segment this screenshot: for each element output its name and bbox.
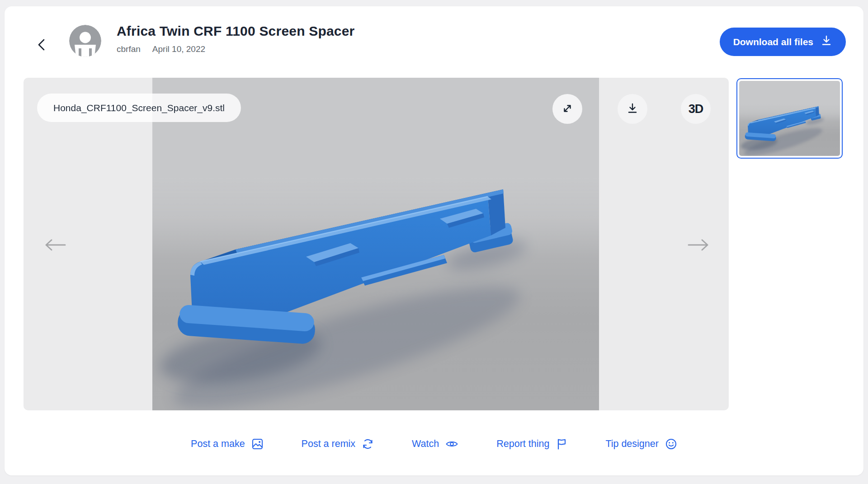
author-link[interactable]: cbrfan	[117, 44, 141, 54]
download-all-files-button[interactable]: Download all files	[720, 28, 846, 56]
watch-label: Watch	[412, 438, 439, 450]
post-a-remix-label: Post a remix	[302, 438, 355, 450]
page-title: Africa Twin CRF 1100 Screen Spacer	[117, 23, 354, 39]
download-icon	[821, 35, 832, 49]
thumbnail-image	[739, 81, 840, 156]
thumbnail-selected[interactable]	[736, 78, 843, 159]
smiley-icon	[665, 438, 677, 450]
view-3d-button[interactable]: 3D	[681, 94, 711, 124]
remix-icon	[362, 438, 374, 450]
download-file-button[interactable]	[618, 94, 647, 124]
arrow-right-icon	[684, 236, 713, 255]
chevron-left-icon	[36, 38, 47, 53]
post-a-remix-button[interactable]: Post a remix	[302, 438, 374, 450]
download-icon	[626, 102, 639, 116]
report-thing-label: Report thing	[496, 438, 549, 450]
watch-button[interactable]: Watch	[412, 438, 458, 450]
next-image-button[interactable]	[684, 235, 713, 255]
eye-icon	[445, 438, 458, 450]
model-viewer: Honda_CRF1100_Screen_Spacer_v9.stl 3D	[24, 78, 729, 410]
post-a-make-button[interactable]: Post a make	[191, 438, 264, 450]
3d-icon: 3D	[689, 102, 703, 116]
expand-icon	[561, 102, 574, 116]
arrow-left-icon	[41, 236, 70, 255]
action-bar: Post a make Post a remix Watch Report th…	[5, 434, 863, 454]
download-all-label: Download all files	[733, 37, 813, 47]
fullscreen-button[interactable]	[552, 94, 582, 124]
byline: cbrfan April 10, 2022	[117, 44, 205, 54]
stl-model-render	[152, 78, 599, 410]
file-name: Honda_CRF1100_Screen_Spacer_v9.stl	[53, 103, 225, 113]
thing-card: Africa Twin CRF 1100 Screen Spacer cbrfa…	[5, 6, 863, 475]
flag-icon	[556, 438, 567, 450]
previous-image-button[interactable]	[40, 235, 70, 255]
render-viewport[interactable]	[152, 78, 599, 410]
tip-designer-button[interactable]: Tip designer	[605, 438, 677, 450]
publish-date: April 10, 2022	[152, 44, 205, 54]
image-icon	[251, 438, 264, 450]
avatar[interactable]	[69, 25, 101, 57]
post-a-make-label: Post a make	[191, 438, 245, 450]
tip-designer-label: Tip designer	[605, 438, 659, 450]
file-name-badge: Honda_CRF1100_Screen_Spacer_v9.stl	[37, 94, 241, 122]
back-button[interactable]	[32, 35, 52, 55]
report-thing-button[interactable]: Report thing	[496, 438, 567, 450]
